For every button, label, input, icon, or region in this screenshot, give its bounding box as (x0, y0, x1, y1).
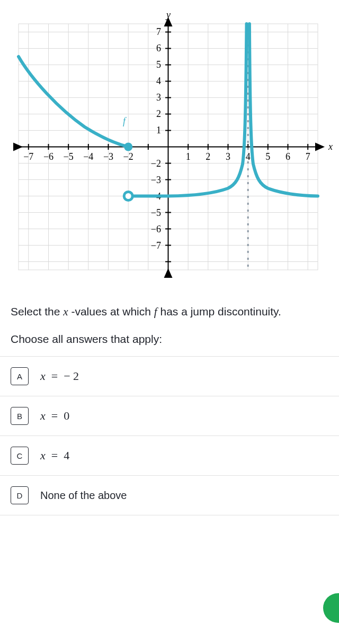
svg-text:−6: −6 (151, 224, 161, 234)
svg-text:−5: −5 (64, 151, 74, 162)
question-text: Select the x -values at which f has a ju… (0, 293, 339, 330)
svg-text:6: 6 (156, 43, 161, 53)
choice-b[interactable]: B x = 0 (0, 396, 339, 436)
svg-text:5: 5 (265, 151, 270, 162)
instruction-text: Choose all answers that apply: (0, 330, 339, 356)
choice-c[interactable]: C x = 4 (0, 436, 339, 476)
closed-point (124, 143, 132, 151)
svg-text:−6: −6 (43, 151, 53, 162)
choice-letter-box: C (11, 447, 29, 465)
choice-label: x = − 2 (40, 369, 79, 383)
svg-text:1: 1 (186, 151, 191, 162)
choice-label: None of the above (40, 489, 127, 502)
svg-text:−5: −5 (151, 207, 161, 218)
choice-label: x = 0 (40, 409, 69, 423)
tick-labels: −7 −6 −5 −4 −3 −2 1 2 3 4 5 6 7 7 6 5 4 … (23, 26, 310, 251)
svg-text:−3: −3 (103, 151, 113, 162)
svg-text:1: 1 (156, 125, 161, 135)
svg-text:2: 2 (206, 151, 210, 162)
choice-letter-box: A (11, 367, 29, 385)
svg-text:3: 3 (156, 92, 161, 103)
svg-text:6: 6 (286, 151, 290, 162)
answer-choices: A x = − 2 B x = 0 C x = 4 D None of the … (0, 356, 339, 515)
svg-text:−7: −7 (23, 151, 33, 162)
svg-text:2: 2 (156, 108, 161, 119)
function-graph: −7 −6 −5 −4 −3 −2 1 2 3 4 5 6 7 7 6 5 4 … (11, 11, 334, 286)
svg-text:−3: −3 (151, 175, 161, 185)
axes (19, 21, 320, 273)
svg-text:5: 5 (156, 59, 161, 70)
y-tick-minus2: −2 (151, 158, 161, 169)
svg-text:7: 7 (306, 151, 310, 162)
svg-text:−4: −4 (83, 151, 93, 162)
y-axis-label: y (165, 11, 171, 20)
open-point (124, 192, 132, 201)
svg-text:4: 4 (156, 76, 161, 86)
choice-letter-box: B (11, 407, 29, 425)
svg-text:−7: −7 (151, 240, 161, 251)
chart-area: −7 −6 −5 −4 −3 −2 1 2 3 4 5 6 7 7 6 5 4 … (0, 0, 339, 293)
choice-label: x = 4 (40, 449, 69, 462)
svg-text:3: 3 (226, 151, 230, 162)
svg-text:7: 7 (156, 26, 161, 37)
function-label: f (123, 116, 127, 126)
svg-text:−2: −2 (123, 151, 133, 162)
choice-letter-box: D (11, 486, 29, 504)
choice-a[interactable]: A x = − 2 (0, 357, 339, 396)
x-axis-label: x (328, 141, 333, 152)
choice-d[interactable]: D None of the above (0, 476, 339, 515)
